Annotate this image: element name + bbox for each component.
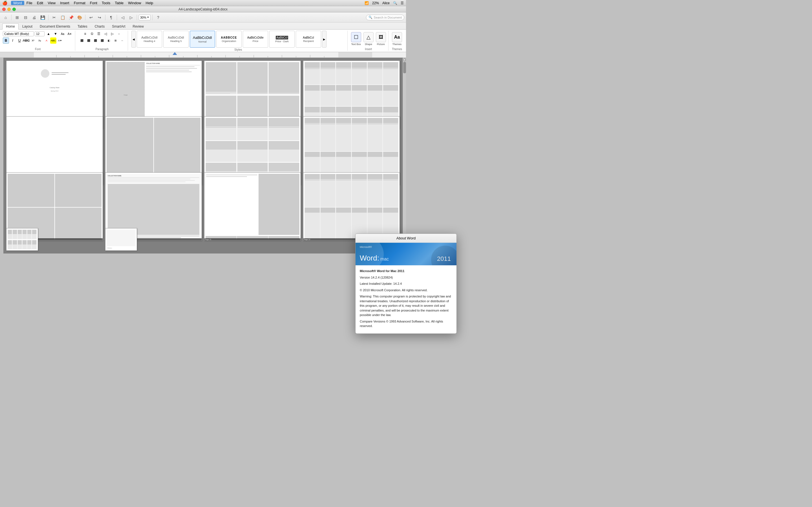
text-effect-btn[interactable]: A✦ bbox=[57, 38, 63, 44]
insert-shape[interactable]: △ Shape bbox=[363, 32, 373, 46]
highlight-btn[interactable]: ABC bbox=[50, 38, 56, 44]
styles-next-btn[interactable]: ▶ bbox=[322, 31, 326, 48]
save-btn[interactable]: 💾 bbox=[39, 14, 47, 21]
banner-ms-label: Microsoft® bbox=[360, 245, 372, 248]
font-case[interactable]: Aa bbox=[59, 31, 66, 37]
rtl-btn[interactable]: ← bbox=[119, 38, 125, 44]
indent-btn[interactable]: ▷ bbox=[109, 31, 115, 37]
style-heading5[interactable]: AaBbCcDdI Heading 5 bbox=[163, 31, 189, 48]
style-normal-name: Normal bbox=[198, 40, 206, 43]
cut-btn[interactable]: ✂ bbox=[50, 14, 58, 21]
style-price-dark[interactable]: AaBbCcI Price - Dark bbox=[269, 31, 295, 48]
help-btn[interactable]: ? bbox=[154, 14, 162, 21]
menu-word[interactable]: Word bbox=[11, 1, 24, 5]
page-11[interactable]: Page 11 bbox=[204, 172, 301, 241]
minimize-button[interactable] bbox=[7, 8, 11, 11]
document-pages[interactable]: Catalog Name Spring 2014 Contact Info • … bbox=[3, 58, 403, 253]
document-area: Catalog Name Spring 2014 Contact Info • … bbox=[0, 58, 406, 253]
indent-dec[interactable]: ◁ bbox=[119, 14, 126, 21]
style-organization[interactable]: AABBCCE Organization bbox=[216, 31, 242, 48]
shading-btn[interactable]: ◧ bbox=[106, 38, 112, 44]
insert-group-label: Insert bbox=[351, 47, 386, 51]
paste-btn[interactable]: 📌 bbox=[67, 14, 75, 21]
style-recipient[interactable]: AaBbCcI Recipient bbox=[296, 31, 321, 48]
print-btn[interactable]: 🖨 bbox=[30, 14, 38, 21]
ruler bbox=[0, 52, 406, 58]
font-size-input[interactable] bbox=[35, 31, 45, 36]
scrollbar-thumb[interactable] bbox=[403, 62, 406, 73]
align-right-btn[interactable]: ⬛ bbox=[92, 38, 98, 44]
style-heading5-name: Heading 5 bbox=[170, 40, 182, 43]
menu-view[interactable]: View bbox=[45, 1, 58, 5]
redo-btn[interactable]: ↪ bbox=[96, 14, 103, 21]
menu-insert[interactable]: Insert bbox=[58, 1, 71, 5]
insert-picture[interactable]: 🖼 Picture bbox=[376, 32, 386, 46]
styles-prev-btn[interactable]: ◀ bbox=[132, 31, 136, 48]
home-btn[interactable]: ⌂ bbox=[2, 14, 10, 21]
menu-tools[interactable]: Tools bbox=[100, 1, 112, 5]
zoom-control[interactable]: 30% ▼ bbox=[139, 15, 151, 20]
menu-help[interactable]: Help bbox=[144, 1, 156, 5]
page-12[interactable]: Page 12 bbox=[303, 172, 400, 241]
document-search[interactable]: 🔍 Search in Document bbox=[366, 15, 404, 20]
maximize-button[interactable] bbox=[12, 8, 16, 11]
tab-document-elements[interactable]: Document Elements bbox=[36, 23, 74, 29]
style-org-name: Organization bbox=[221, 40, 236, 43]
style-recipient-name: Recipient bbox=[303, 40, 314, 43]
menu-font[interactable]: Font bbox=[88, 1, 100, 5]
menu-format[interactable]: Format bbox=[71, 1, 88, 5]
view-toggle-1[interactable]: ⊞ bbox=[13, 14, 21, 21]
italic-btn[interactable]: I bbox=[10, 38, 16, 44]
copy-btn[interactable]: 📋 bbox=[59, 14, 66, 21]
insert-textbox[interactable]: ☐ Text Box bbox=[351, 32, 361, 46]
outdent-btn[interactable]: ◁ bbox=[102, 31, 109, 37]
format-painter[interactable]: 🎨 bbox=[75, 14, 84, 21]
style-price[interactable]: AaBbCcDdIe Price bbox=[243, 31, 268, 48]
insert-themes[interactable]: Aa Themes bbox=[392, 32, 402, 46]
tab-layout[interactable]: Layout bbox=[18, 23, 36, 29]
view-toggle-2[interactable]: ⊟ bbox=[22, 14, 30, 21]
pilcrow-btn[interactable]: ¶ bbox=[107, 14, 115, 21]
font-clear[interactable]: A✕ bbox=[66, 31, 73, 37]
insert-items: ☐ Text Box △ Shape 🖼 Picture bbox=[351, 32, 386, 46]
underline-btn[interactable]: U bbox=[16, 38, 22, 44]
tab-smartart[interactable]: SmartArt bbox=[108, 23, 129, 29]
menu-file[interactable]: File bbox=[24, 1, 35, 5]
indent-inc[interactable]: ▷ bbox=[127, 14, 135, 21]
menu-window[interactable]: Window bbox=[126, 1, 143, 5]
numbering-btn[interactable]: ① bbox=[89, 31, 95, 37]
apple-menu[interactable]: 🍎 bbox=[2, 1, 8, 6]
bold-btn[interactable]: B bbox=[3, 38, 9, 44]
styles-list: AaBbCcDdI Heading 4 AaBbCcDdI Heading 5 … bbox=[137, 31, 321, 48]
superscript-btn[interactable]: X² bbox=[30, 38, 36, 44]
undo-btn[interactable]: ↩ bbox=[87, 14, 95, 21]
menu-edit[interactable]: Edit bbox=[35, 1, 45, 5]
font-size-up[interactable]: ▲ bbox=[45, 31, 52, 37]
close-button[interactable] bbox=[2, 8, 6, 11]
style-normal[interactable]: AaBbCcDdI Normal bbox=[190, 31, 215, 48]
style-heading4-name: Heading 4 bbox=[144, 40, 155, 43]
tab-review[interactable]: Review bbox=[129, 23, 147, 29]
menu-right: 📶 22% Alice 🔍 ☰ bbox=[364, 1, 404, 5]
bullets-btn[interactable]: ≡ bbox=[82, 31, 88, 37]
subscript-btn[interactable]: X₂ bbox=[37, 38, 43, 44]
borders-btn[interactable]: ⊞ bbox=[112, 38, 119, 44]
menu-table[interactable]: Table bbox=[112, 1, 126, 5]
line-spacing-btn[interactable]: ↕ bbox=[116, 31, 122, 37]
style-heading4[interactable]: AaBbCcDdI Heading 4 bbox=[137, 31, 162, 48]
multilevel-btn[interactable]: ☰ bbox=[96, 31, 102, 37]
v-scrollbar[interactable]: ▲ ▼ bbox=[403, 58, 406, 253]
search-icon[interactable]: 🔍 bbox=[393, 1, 397, 5]
tab-home[interactable]: Home bbox=[2, 23, 18, 30]
justify-btn[interactable]: ⬛ bbox=[99, 38, 105, 44]
strikethrough-btn[interactable]: ABC bbox=[23, 38, 29, 44]
tab-charts[interactable]: Charts bbox=[91, 23, 108, 29]
tab-tables[interactable]: Tables bbox=[74, 23, 91, 29]
align-center-btn[interactable]: ⬛ bbox=[86, 38, 92, 44]
align-left-btn[interactable]: ⬛ bbox=[79, 38, 85, 44]
page-13[interactable] bbox=[6, 228, 38, 251]
page-14[interactable]: Collection bbox=[105, 228, 137, 251]
font-size-down[interactable]: ▼ bbox=[52, 31, 59, 37]
font-name-input[interactable] bbox=[3, 31, 34, 36]
font-color-btn[interactable]: A bbox=[43, 38, 50, 44]
